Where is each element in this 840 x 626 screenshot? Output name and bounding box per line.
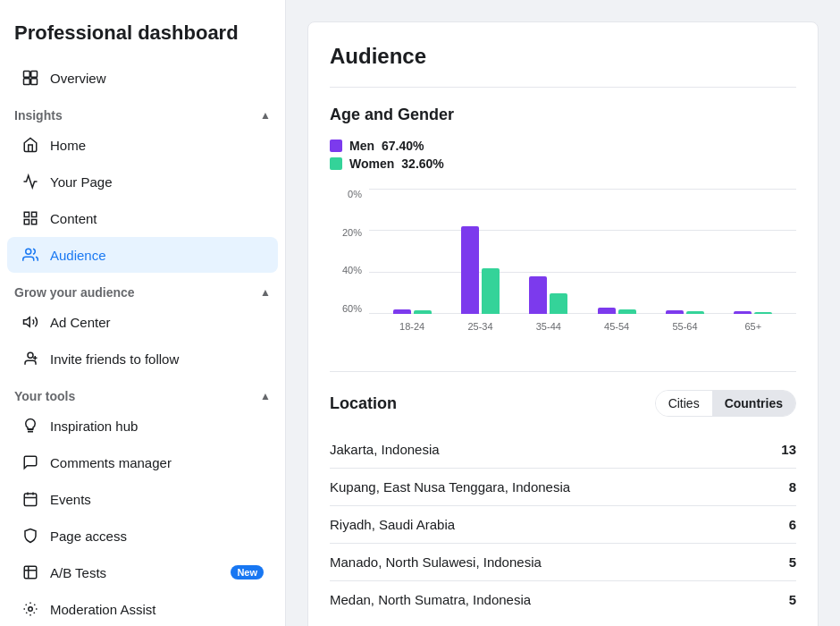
svg-point-8 <box>26 249 31 254</box>
bar-women-18-24 <box>414 310 432 314</box>
ab-tests-icon <box>21 563 39 581</box>
moderation-icon <box>21 600 39 618</box>
ad-center-icon <box>21 313 39 331</box>
bar-men-65plus <box>734 311 752 314</box>
bar-women-25-34 <box>482 268 500 314</box>
sidebar-item-your-page[interactable]: Your Page <box>7 164 278 199</box>
page-access-icon <box>21 527 39 545</box>
insights-section-header: Insights ▲ <box>0 99 285 126</box>
legend-men: Men 67.40% <box>330 139 796 153</box>
bar-men-45-54 <box>598 308 616 314</box>
insights-chevron: ▲ <box>260 109 271 122</box>
content-icon <box>21 209 39 227</box>
tab-countries[interactable]: Countries <box>712 391 795 416</box>
location-count-3: 5 <box>789 554 796 570</box>
invite-friends-label: Invite friends to follow <box>50 351 179 367</box>
bar-women-35-44 <box>550 293 567 314</box>
svg-rect-1 <box>31 72 38 78</box>
your-page-icon <box>21 173 39 190</box>
location-city-2: Riyadh, Saudi Arabia <box>330 517 455 532</box>
bar-group-45-54 <box>598 308 636 314</box>
moderation-label: Moderation Assist <box>50 602 155 617</box>
sidebar-item-overview[interactable]: Overview <box>7 60 278 96</box>
ab-tests-label: A/B Tests <box>50 565 106 580</box>
invite-friends-icon <box>21 350 39 368</box>
bar-women-45-54 <box>618 309 636 314</box>
location-city-1: Kupang, East Nusa Tenggara, Indonesia <box>330 479 570 495</box>
men-label: Men <box>349 139 374 153</box>
ab-tests-badge: New <box>231 565 264 579</box>
sidebar-item-page-access[interactable]: Page access <box>7 518 278 554</box>
location-header: Location Cities Countries <box>330 390 796 417</box>
chart-x-axis: 18-24 25-34 35-44 45-54 55-64 65+ <box>369 321 796 332</box>
sidebar-item-home[interactable]: Home <box>7 127 278 163</box>
sidebar: Professional dashboard Overview Insights… <box>0 0 286 626</box>
sidebar-item-ad-center[interactable]: Ad Center <box>7 304 278 340</box>
location-count-1: 8 <box>789 479 796 495</box>
chart-y-axis: 60% 40% 20% 0% <box>330 189 362 314</box>
bar-women-55-64 <box>686 311 704 314</box>
chart-bars-area: 18-24 25-34 35-44 45-54 55-64 65+ <box>369 189 796 332</box>
svg-rect-3 <box>31 79 38 85</box>
svg-rect-0 <box>24 72 30 78</box>
inspiration-label: Inspiration hub <box>50 419 138 434</box>
women-dot <box>330 157 342 170</box>
age-gender-section: Age and Gender Men 67.40% Women 32.60% 6… <box>330 106 796 350</box>
sidebar-item-ab-tests[interactable]: A/B Tests New <box>7 554 278 590</box>
y-label-0: 0% <box>330 189 362 199</box>
bar-group-35-44 <box>529 276 567 314</box>
bar-men-55-64 <box>666 310 684 314</box>
svg-rect-5 <box>32 212 37 216</box>
sidebar-item-audience[interactable]: Audience <box>7 237 278 273</box>
bar-group-55-64 <box>666 310 704 314</box>
bar-women-65plus <box>754 312 772 314</box>
content-label: Content <box>50 211 97 226</box>
overview-label: Overview <box>50 71 106 86</box>
sidebar-item-events[interactable]: Events <box>7 481 278 517</box>
sidebar-item-inspiration[interactable]: Inspiration hub <box>7 408 278 444</box>
y-label-40: 40% <box>330 265 362 275</box>
sidebar-item-invite-friends[interactable]: Invite friends to follow <box>7 341 278 376</box>
chart-legend: Men 67.40% Women 32.60% <box>330 139 796 171</box>
title-divider <box>330 87 796 88</box>
men-value: 67.40% <box>382 139 424 153</box>
location-list: Jakarta, Indonesia 13 Kupang, East Nusa … <box>330 431 796 618</box>
location-row-0: Jakarta, Indonesia 13 <box>330 431 796 469</box>
svg-rect-15 <box>24 494 37 506</box>
y-label-20: 20% <box>330 227 362 238</box>
men-dot <box>330 140 342 152</box>
legend-women: Women 32.60% <box>330 156 796 171</box>
sidebar-item-content[interactable]: Content <box>7 200 278 236</box>
x-label-45-54: 45-54 <box>599 321 634 332</box>
chart-bars <box>369 189 796 314</box>
svg-rect-7 <box>32 220 37 224</box>
comments-label: Comments manager <box>50 455 172 470</box>
location-tab-group: Cities Countries <box>655 390 796 417</box>
events-icon <box>21 490 39 508</box>
location-row-1: Kupang, East Nusa Tenggara, Indonesia 8 <box>330 469 796 506</box>
audience-icon <box>21 246 39 264</box>
sidebar-item-moderation[interactable]: Moderation Assist <box>7 591 278 626</box>
location-city-3: Manado, North Sulawesi, Indonesia <box>330 554 542 570</box>
overview-icon <box>21 69 39 87</box>
age-gender-chart: 60% 40% 20% 0% <box>330 189 796 350</box>
y-label-60: 60% <box>330 303 362 314</box>
bar-group-18-24 <box>393 309 432 314</box>
location-section: Location Cities Countries Jakarta, Indon… <box>330 390 796 626</box>
bar-group-25-34 <box>461 226 500 314</box>
svg-rect-2 <box>24 79 30 85</box>
x-label-65plus: 65+ <box>735 321 771 332</box>
svg-rect-4 <box>24 212 29 216</box>
tools-label: Your tools <box>14 389 75 403</box>
women-value: 32.60% <box>401 156 443 171</box>
events-label: Events <box>50 492 91 507</box>
age-gender-title: Age and Gender <box>330 106 796 124</box>
tab-cities[interactable]: Cities <box>656 391 712 416</box>
location-row-3: Manado, North Sulawesi, Indonesia 5 <box>330 544 796 581</box>
inspiration-icon <box>21 417 39 435</box>
sidebar-title: Professional dashboard <box>0 18 285 59</box>
sidebar-item-comments[interactable]: Comments manager <box>7 444 278 480</box>
x-label-55-64: 55-64 <box>667 321 702 332</box>
women-label: Women <box>349 156 394 171</box>
home-label: Home <box>50 138 86 153</box>
